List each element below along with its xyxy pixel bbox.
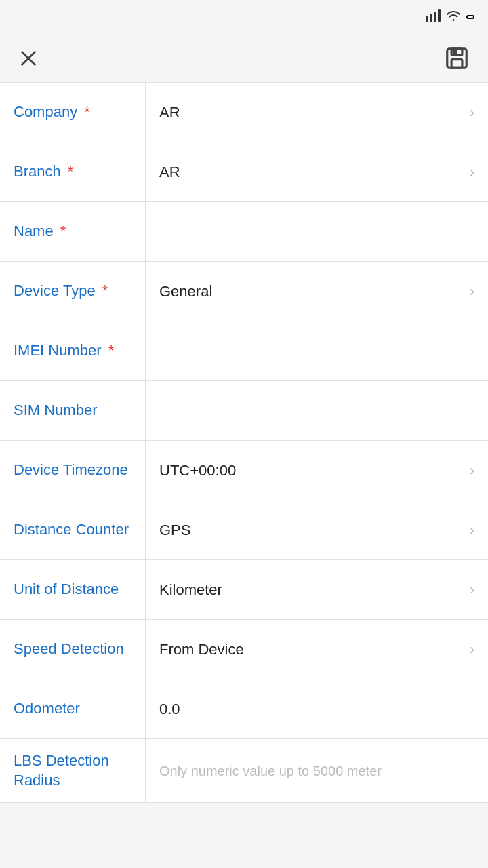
input-cell-name — [146, 202, 488, 261]
form-row-distance-counter: Distance CounterGPS› — [0, 500, 488, 560]
input-imei-number[interactable] — [159, 342, 474, 360]
select-distance-counter[interactable]: GPS› — [146, 500, 488, 559]
form-row-sim-number: SIM Number — [0, 381, 488, 441]
svg-rect-1 — [430, 14, 432, 22]
value-device-type: General — [159, 283, 212, 300]
app-bar — [0, 34, 488, 83]
input-cell-imei-number — [146, 321, 488, 380]
form-row-unit-of-distance: Unit of DistanceKilometer› — [0, 560, 488, 620]
chevron-right-icon: › — [470, 104, 474, 121]
chevron-right-icon: › — [470, 581, 474, 599]
required-star: * — [56, 222, 66, 239]
label-cell-device-timezone: Device Timezone — [0, 441, 146, 500]
chevron-right-icon: › — [470, 641, 474, 658]
battery-icon — [466, 15, 474, 19]
svg-rect-3 — [438, 9, 441, 22]
label-distance-counter: Distance Counter — [14, 520, 129, 540]
svg-rect-9 — [453, 50, 455, 54]
value-distance-counter: GPS — [159, 521, 190, 539]
label-company: Company * — [14, 102, 90, 122]
label-cell-speed-detection: Speed Detection — [0, 620, 146, 679]
label-unit-of-distance: Unit of Distance — [14, 580, 119, 599]
label-imei-number: IMEI Number * — [14, 341, 114, 361]
input-sim-number[interactable] — [159, 402, 474, 420]
input-lbs-detection-radius[interactable] — [159, 762, 474, 780]
label-lbs-detection-radius: LBS Detection Radius — [14, 751, 131, 790]
form-row-lbs-detection-radius: LBS Detection Radius — [0, 739, 488, 803]
select-device-timezone[interactable]: UTC+00:00› — [146, 441, 488, 500]
label-speed-detection: Speed Detection — [14, 639, 124, 659]
label-branch: Branch * — [14, 162, 73, 182]
chevron-right-icon: › — [470, 163, 474, 181]
svg-rect-8 — [451, 59, 462, 68]
form-row-branch: Branch *AR› — [0, 142, 488, 202]
svg-rect-2 — [434, 12, 436, 22]
form-row-company: Company *AR› — [0, 83, 488, 142]
label-device-type: Device Type * — [14, 281, 108, 301]
select-company[interactable]: AR› — [146, 83, 488, 142]
value-unit-of-distance: Kilometer — [159, 581, 222, 599]
form-row-odometer: Odometer — [0, 679, 488, 739]
label-cell-device-type: Device Type * — [0, 262, 146, 321]
form-row-imei-number: IMEI Number * — [0, 321, 488, 381]
label-cell-odometer: Odometer — [0, 679, 146, 738]
value-speed-detection: From Device — [159, 641, 244, 658]
form-row-device-type: Device Type *General› — [0, 262, 488, 321]
input-odometer[interactable] — [159, 701, 474, 718]
close-button[interactable] — [14, 43, 43, 73]
status-icons — [426, 9, 474, 24]
input-cell-lbs-detection-radius — [146, 739, 488, 802]
label-device-timezone: Device Timezone — [14, 460, 128, 480]
value-company: AR — [159, 104, 180, 121]
label-cell-lbs-detection-radius: LBS Detection Radius — [0, 739, 146, 802]
form-row-name: Name * — [0, 202, 488, 262]
label-odometer: Odometer — [14, 699, 80, 719]
label-cell-name: Name * — [0, 202, 146, 261]
form-row-device-timezone: Device TimezoneUTC+00:00› — [0, 441, 488, 500]
label-cell-distance-counter: Distance Counter — [0, 500, 146, 559]
value-branch: AR — [159, 163, 180, 181]
label-cell-imei-number: IMEI Number * — [0, 321, 146, 380]
required-star: * — [98, 282, 108, 299]
select-branch[interactable]: AR› — [146, 142, 488, 201]
label-sim-number: SIM Number — [14, 401, 97, 420]
required-star: * — [80, 103, 90, 120]
required-star: * — [64, 163, 74, 180]
form: Company *AR›Branch *AR›Name *Device Type… — [0, 83, 488, 803]
label-name: Name * — [14, 222, 66, 241]
save-button[interactable] — [439, 41, 474, 76]
svg-rect-0 — [426, 16, 428, 22]
chevron-right-icon: › — [470, 462, 474, 479]
label-cell-branch: Branch * — [0, 142, 146, 201]
select-unit-of-distance[interactable]: Kilometer› — [146, 560, 488, 619]
label-cell-sim-number: SIM Number — [0, 381, 146, 440]
required-star: * — [104, 342, 115, 359]
wifi-icon — [446, 9, 461, 24]
input-cell-odometer — [146, 679, 488, 738]
label-cell-company: Company * — [0, 83, 146, 142]
select-speed-detection[interactable]: From Device› — [146, 620, 488, 679]
chevron-right-icon: › — [470, 283, 474, 300]
signal-icon — [426, 9, 441, 24]
form-row-speed-detection: Speed DetectionFrom Device› — [0, 620, 488, 679]
status-bar — [0, 0, 488, 34]
input-name[interactable] — [159, 223, 474, 241]
select-device-type[interactable]: General› — [146, 262, 488, 321]
chevron-right-icon: › — [470, 521, 474, 539]
input-cell-sim-number — [146, 381, 488, 440]
value-device-timezone: UTC+00:00 — [159, 462, 236, 479]
label-cell-unit-of-distance: Unit of Distance — [0, 560, 146, 619]
